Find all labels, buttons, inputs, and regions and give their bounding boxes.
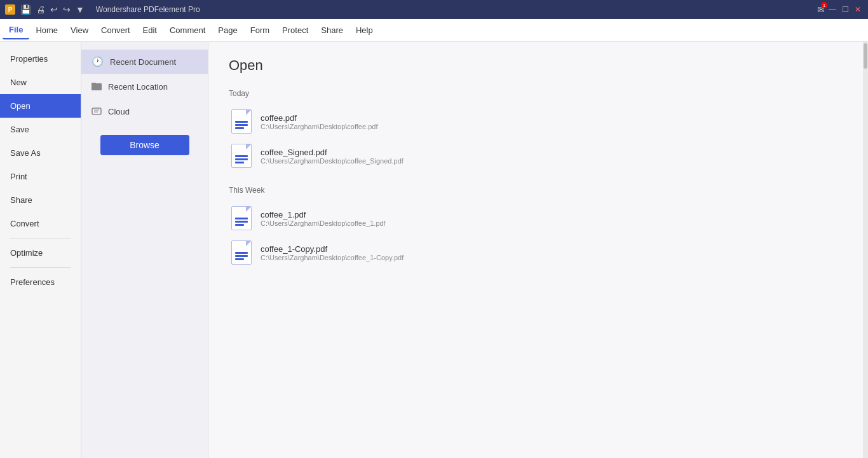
minimize-button[interactable]: — (827, 4, 837, 15)
folder-icon (92, 81, 102, 92)
menu-file[interactable]: File (3, 21, 29, 39)
title-bar: P 💾 🖨 ↩ ↪ ▼ Wondershare PDFelement Pro ✉… (0, 0, 868, 19)
sidebar-item-new[interactable]: New (0, 71, 81, 94)
this-week-label: This Week (229, 186, 843, 195)
menu-share[interactable]: Share (315, 22, 349, 39)
cloud-icon (92, 106, 102, 117)
clock-icon: 🕐 (92, 56, 104, 67)
right-content: Open Today coffee.pdf C:\Users\Zargham\D… (208, 42, 863, 458)
menu-home[interactable]: Home (29, 22, 64, 39)
sidebar-item-properties[interactable]: Properties (0, 47, 81, 71)
quick-access-toolbar: 💾 🖨 ↩ ↪ ▼ (20, 4, 85, 15)
app-title: Wondershare PDFelement Pro (96, 5, 200, 14)
file-icon-coffee-1-copy (231, 240, 252, 265)
file-path-coffee-1: C:\Users\Zargham\Desktop\coffee_1.pdf (261, 219, 386, 227)
file-path-coffee: C:\Users\Zargham\Desktop\coffee.pdf (261, 123, 377, 130)
menu-edit[interactable]: Edit (137, 22, 163, 39)
menu-view[interactable]: View (64, 22, 95, 39)
scrollbar-edge (863, 42, 868, 458)
menu-protect[interactable]: Protect (276, 22, 315, 39)
mail-notification-badge: 1 (821, 2, 827, 8)
sidebar-item-share[interactable]: Share (0, 188, 81, 212)
file-path-coffee-signed: C:\Users\Zargham\Desktop\coffee_Signed.p… (261, 157, 403, 165)
undo-qa-btn[interactable]: ↩ (50, 4, 58, 15)
sidebar-divider-2 (10, 267, 71, 268)
sidebar-item-print[interactable]: Print (0, 165, 81, 188)
menu-bar: File Home View Convert Edit Comment Page… (0, 19, 868, 42)
file-info-coffee-signed: coffee_Signed.pdf C:\Users\Zargham\Deskt… (261, 148, 403, 165)
main-layout: Properties New Open Save Save As Print S… (0, 42, 868, 458)
sidebar-item-save[interactable]: Save (0, 118, 81, 141)
svg-rect-2 (92, 108, 101, 114)
sidebar-item-convert[interactable]: Convert (0, 212, 81, 235)
file-icon-coffee-1 (231, 206, 252, 230)
file-item-coffee-1[interactable]: coffee_1.pdf C:\Users\Zargham\Desktop\co… (229, 201, 843, 235)
center-panel: 🕐 Recent Document Recent Location Cloud (81, 42, 208, 458)
center-item-cloud[interactable]: Cloud (81, 100, 208, 123)
menu-page[interactable]: Page (212, 22, 243, 39)
menu-convert[interactable]: Convert (95, 22, 137, 39)
sidebar-item-optimize[interactable]: Optimize (0, 241, 81, 265)
file-name-coffee-1: coffee_1.pdf (261, 210, 386, 219)
center-item-recent-location-label: Recent Location (108, 82, 168, 92)
left-sidebar: Properties New Open Save Save As Print S… (0, 42, 81, 458)
svg-rect-1 (92, 83, 96, 85)
redo-qa-btn[interactable]: ↪ (63, 4, 71, 15)
file-icon-coffee (231, 109, 252, 134)
title-bar-left: P 💾 🖨 ↩ ↪ ▼ Wondershare PDFelement Pro (5, 4, 200, 15)
more-qa-btn[interactable]: ▼ (76, 4, 85, 15)
file-item-coffee-1-copy[interactable]: coffee_1-Copy.pdf C:\Users\Zargham\Deskt… (229, 235, 843, 270)
app-icon: P (5, 4, 15, 15)
file-info-coffee-1-copy: coffee_1-Copy.pdf C:\Users\Zargham\Deskt… (261, 244, 403, 261)
mail-badge[interactable]: ✉ 1 (817, 4, 825, 15)
file-name-coffee-1-copy: coffee_1-Copy.pdf (261, 244, 403, 254)
center-item-cloud-label: Cloud (108, 107, 130, 116)
file-info-coffee: coffee.pdf C:\Users\Zargham\Desktop\coff… (261, 113, 377, 130)
file-name-coffee: coffee.pdf (261, 113, 377, 123)
save-qa-btn[interactable]: 💾 (20, 4, 31, 15)
today-section: Today coffee.pdf C:\Users\Zargham\Deskto… (229, 89, 843, 173)
sidebar-item-preferences[interactable]: Preferences (0, 270, 81, 294)
center-item-recent-document-label: Recent Document (110, 57, 176, 67)
menu-help[interactable]: Help (349, 22, 379, 39)
file-item-coffee[interactable]: coffee.pdf C:\Users\Zargham\Desktop\coff… (229, 104, 843, 139)
close-button[interactable]: ✕ (853, 4, 863, 15)
menu-form[interactable]: Form (244, 22, 276, 39)
this-week-section: This Week coffee_1.pdf C:\Users\Zargham\… (229, 186, 843, 270)
sidebar-divider (10, 238, 71, 239)
center-item-recent-document[interactable]: 🕐 Recent Document (81, 50, 208, 74)
file-item-coffee-signed[interactable]: coffee_Signed.pdf C:\Users\Zargham\Deskt… (229, 139, 843, 173)
page-title: Open (229, 57, 843, 74)
browse-button[interactable]: Browse (100, 135, 189, 155)
file-icon-coffee-signed (231, 144, 252, 168)
sidebar-item-save-as[interactable]: Save As (0, 141, 81, 165)
menu-comment[interactable]: Comment (163, 22, 212, 39)
today-label: Today (229, 89, 843, 98)
file-path-coffee-1-copy: C:\Users\Zargham\Desktop\coffee_1-Copy.p… (261, 254, 403, 261)
scrollbar-thumb[interactable] (864, 43, 867, 69)
center-item-recent-location[interactable]: Recent Location (81, 75, 208, 99)
file-info-coffee-1: coffee_1.pdf C:\Users\Zargham\Desktop\co… (261, 210, 386, 227)
print-qa-btn[interactable]: 🖨 (36, 4, 45, 15)
window-controls: ✉ 1 — ☐ ✕ (817, 4, 863, 15)
sidebar-item-open[interactable]: Open (0, 94, 81, 118)
file-name-coffee-signed: coffee_Signed.pdf (261, 148, 403, 157)
maximize-button[interactable]: ☐ (840, 4, 850, 15)
